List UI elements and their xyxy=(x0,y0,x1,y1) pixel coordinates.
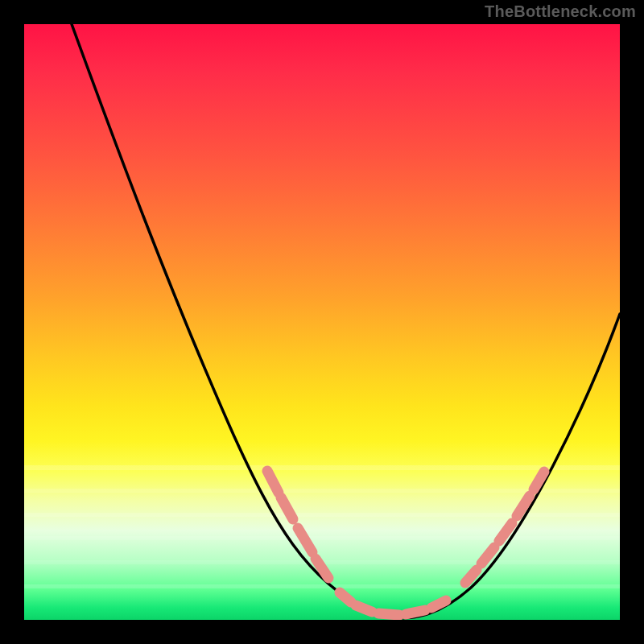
chart-stage: TheBottleneck.com xyxy=(0,0,644,644)
watermark-text: TheBottleneck.com xyxy=(485,2,636,21)
curve-svg xyxy=(24,24,620,620)
bottleneck-curve-path xyxy=(72,24,620,618)
marker-group-bottom xyxy=(340,592,446,615)
marker-group-right xyxy=(465,472,544,583)
plot-area xyxy=(24,24,620,620)
marker-group-left xyxy=(267,471,328,578)
